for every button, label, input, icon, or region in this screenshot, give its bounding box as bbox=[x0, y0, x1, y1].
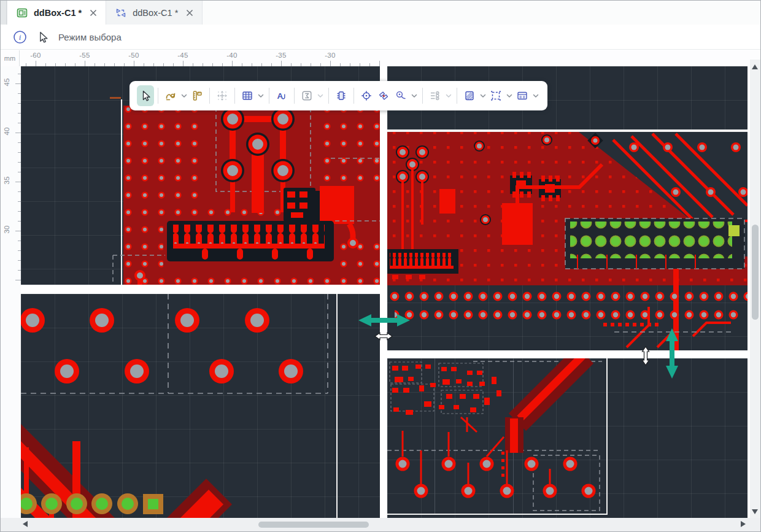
horizontal-scroll-thumb[interactable] bbox=[258, 522, 369, 528]
toolbar-divider bbox=[457, 88, 457, 104]
schematic-icon bbox=[115, 7, 127, 19]
vertical-resize-arrow bbox=[664, 326, 680, 380]
layer-flip-tool[interactable] bbox=[375, 85, 392, 106]
tab-label: ddBox-C1 * bbox=[34, 8, 82, 18]
tab-schematic-editor[interactable]: ddBox-C1 * bbox=[106, 1, 203, 25]
mode-label: Режим выбора bbox=[58, 32, 122, 42]
splitter-horizontal-left[interactable] bbox=[21, 285, 380, 294]
info-icon[interactable]: i bbox=[13, 30, 27, 44]
vertical-scroll-thumb[interactable] bbox=[752, 225, 759, 320]
net-tool[interactable] bbox=[427, 85, 444, 106]
vertical-scrollbar[interactable] bbox=[750, 60, 760, 519]
horizontal-ruler: mm -60-55-50-45-40-35-30 bbox=[1, 50, 760, 66]
move-icon bbox=[216, 90, 228, 102]
component-tool[interactable] bbox=[333, 85, 350, 106]
chevron-down-icon[interactable] bbox=[179, 85, 188, 106]
measure-icon bbox=[191, 90, 203, 102]
app-window: ddBox-C1 * ddBox-C1 * i Режим выбора mm … bbox=[0, 0, 761, 532]
tab-bar-filler bbox=[203, 1, 760, 25]
close-icon[interactable] bbox=[90, 9, 97, 17]
window-edge bbox=[1, 1, 7, 25]
scroll-left-icon[interactable] bbox=[23, 521, 28, 527]
panel-icon bbox=[516, 90, 528, 102]
sigma-icon bbox=[301, 90, 313, 102]
text-tool[interactable]: A bbox=[273, 85, 290, 106]
route-tool[interactable] bbox=[162, 85, 179, 106]
design-canvas bbox=[21, 66, 747, 519]
vertical-resize-cursor bbox=[640, 345, 651, 366]
select-tool[interactable] bbox=[137, 85, 154, 106]
scroll-down-icon[interactable] bbox=[752, 509, 758, 514]
mode-bar: i Режим выбора bbox=[1, 25, 760, 50]
measure-tool[interactable] bbox=[188, 85, 206, 106]
route-icon bbox=[164, 90, 177, 102]
chevron-down-icon[interactable] bbox=[444, 85, 453, 106]
zoom-tool[interactable] bbox=[392, 85, 409, 106]
svg-text:A: A bbox=[277, 91, 284, 101]
chevron-down-icon[interactable] bbox=[409, 85, 419, 106]
area-icon bbox=[490, 90, 502, 102]
snap-target-tool[interactable] bbox=[358, 85, 375, 106]
horizontal-resize-arrow bbox=[357, 312, 412, 328]
toolbar-divider bbox=[158, 88, 158, 104]
splitter-vertical[interactable] bbox=[380, 66, 387, 519]
grid-tool[interactable] bbox=[239, 85, 256, 106]
formula-tool[interactable] bbox=[298, 85, 315, 106]
vertical-ruler: 45403530 bbox=[1, 66, 21, 519]
chevron-down-icon[interactable] bbox=[531, 85, 540, 106]
target-icon bbox=[360, 90, 373, 102]
move-tool[interactable] bbox=[214, 85, 231, 106]
toolbar-divider bbox=[269, 88, 269, 104]
splitter-horizontal-right[interactable] bbox=[387, 350, 747, 358]
ic-icon bbox=[335, 90, 347, 102]
selection-area-tool[interactable] bbox=[487, 85, 504, 106]
select-cursor-icon bbox=[36, 31, 49, 44]
netlist-icon bbox=[429, 90, 441, 102]
horizontal-scrollbar[interactable] bbox=[1, 518, 760, 531]
pcb-board-icon bbox=[16, 7, 28, 19]
scroll-up-icon[interactable] bbox=[752, 64, 758, 69]
flip-icon bbox=[377, 90, 390, 102]
chevron-down-icon[interactable] bbox=[478, 85, 487, 106]
chevron-down-icon[interactable] bbox=[504, 85, 514, 106]
toolbar-divider bbox=[353, 88, 354, 104]
toolbar-divider bbox=[209, 88, 210, 104]
horizontal-resize-cursor bbox=[374, 331, 393, 342]
tab-pcb-editor[interactable]: ddBox-C1 * bbox=[7, 1, 106, 25]
pour-icon bbox=[463, 90, 476, 102]
panel-tool[interactable] bbox=[514, 85, 531, 106]
tab-label: ddBox-C1 * bbox=[133, 8, 178, 18]
copper-pour-tool[interactable] bbox=[461, 85, 478, 106]
toolbar-divider bbox=[422, 88, 423, 104]
floating-toolbar: A bbox=[129, 81, 547, 110]
pcb-view-bottom-right[interactable] bbox=[387, 358, 747, 519]
grid-icon bbox=[241, 90, 253, 102]
pcb-view-bottom-left[interactable] bbox=[21, 294, 380, 519]
tab-bar: ddBox-C1 * ddBox-C1 * bbox=[1, 1, 760, 25]
chevron-down-icon[interactable] bbox=[315, 85, 325, 106]
scroll-right-icon[interactable] bbox=[741, 521, 746, 527]
cursor-icon bbox=[139, 90, 152, 102]
close-icon[interactable] bbox=[186, 9, 193, 17]
text-icon: A bbox=[276, 90, 288, 102]
svg-text:i: i bbox=[19, 33, 21, 42]
toolbar-divider bbox=[294, 88, 295, 104]
zoom-icon bbox=[395, 90, 407, 102]
toolbar-divider bbox=[234, 88, 235, 104]
chevron-down-icon[interactable] bbox=[256, 85, 265, 106]
ruler-unit-label: mm bbox=[1, 50, 20, 66]
toolbar-divider bbox=[328, 88, 329, 104]
